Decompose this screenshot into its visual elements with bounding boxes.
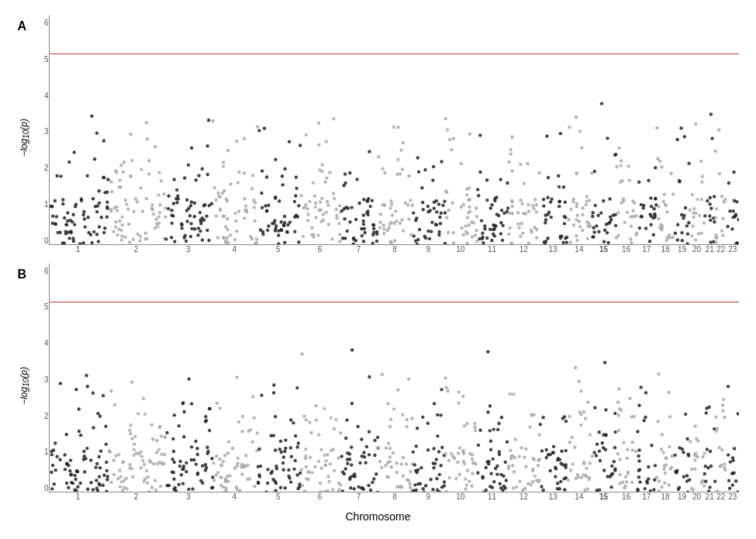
svg-point-853	[713, 220, 716, 223]
svg-point-333	[332, 117, 335, 120]
svg-point-1710	[685, 437, 689, 440]
svg-point-972	[129, 423, 132, 427]
svg-point-1608	[594, 454, 597, 457]
svg-point-887	[731, 209, 734, 212]
svg-point-273	[262, 126, 265, 130]
svg-point-1682	[654, 475, 658, 479]
svg-point-901	[85, 446, 88, 449]
svg-point-488	[412, 211, 415, 214]
svg-point-306	[274, 158, 277, 161]
svg-point-676	[581, 206, 584, 209]
svg-point-1316	[395, 471, 398, 474]
svg-point-1542	[538, 422, 541, 425]
svg-point-1166	[283, 485, 286, 489]
svg-point-208	[205, 229, 209, 232]
svg-point-1413	[457, 401, 460, 404]
svg-point-1486	[537, 433, 540, 436]
svg-point-1300	[360, 437, 363, 441]
svg-point-240	[216, 192, 219, 195]
svg-point-335	[310, 226, 313, 229]
svg-point-467	[381, 203, 384, 206]
svg-point-728	[606, 222, 609, 225]
svg-point-1202	[296, 486, 299, 489]
svg-point-1604	[597, 449, 600, 452]
svg-point-1043	[179, 473, 182, 476]
svg-point-832	[699, 198, 702, 201]
svg-point-1625	[628, 396, 631, 399]
svg-point-56	[103, 226, 106, 230]
svg-point-509	[413, 239, 416, 242]
svg-point-466	[387, 226, 390, 230]
svg-point-146	[164, 215, 167, 218]
svg-point-1233	[329, 416, 332, 419]
svg-point-38	[82, 217, 85, 220]
svg-point-1561	[571, 462, 574, 465]
svg-point-86	[120, 223, 123, 226]
svg-point-1340	[405, 424, 408, 427]
panel-b: B −log10(p) 0 1 2 3 4 5 6	[18, 264, 739, 509]
svg-point-1485	[520, 446, 523, 449]
svg-point-106	[144, 121, 147, 124]
svg-point-66	[54, 223, 57, 226]
svg-point-370	[320, 163, 323, 166]
svg-point-1464	[497, 421, 500, 424]
svg-point-148	[114, 169, 117, 172]
svg-point-917	[78, 481, 81, 484]
svg-point-1069	[177, 482, 180, 485]
svg-point-600	[526, 203, 530, 206]
svg-point-682	[575, 171, 578, 174]
svg-point-866	[717, 172, 720, 175]
svg-point-248	[229, 182, 232, 185]
svg-point-1544	[562, 477, 565, 480]
svg-point-1264	[346, 461, 349, 465]
svg-point-199	[198, 219, 202, 222]
svg-point-833	[699, 231, 702, 234]
svg-point-1075	[181, 402, 184, 405]
svg-point-194	[176, 197, 179, 200]
svg-point-449	[406, 203, 409, 206]
y-tick-b-1: 1	[32, 447, 49, 456]
svg-point-778	[644, 226, 647, 230]
svg-point-1260	[304, 456, 307, 459]
svg-point-1317	[378, 459, 381, 462]
svg-point-1461	[503, 460, 506, 463]
svg-point-222	[252, 206, 255, 209]
svg-point-442	[388, 206, 392, 209]
y-tick-a-0: 0	[32, 237, 49, 245]
svg-point-428	[398, 222, 401, 225]
svg-point-296	[293, 230, 296, 233]
svg-point-974	[147, 489, 150, 492]
svg-point-1066	[178, 464, 181, 467]
svg-point-1636	[623, 485, 626, 489]
svg-point-781	[654, 197, 657, 200]
svg-point-619	[532, 207, 535, 210]
svg-point-61	[105, 215, 108, 218]
svg-point-889	[91, 488, 94, 491]
svg-point-105	[118, 219, 121, 223]
svg-point-505	[416, 156, 419, 159]
svg-point-1622	[618, 458, 621, 461]
svg-point-1401	[465, 468, 468, 472]
x-label-chrom-23: 23	[728, 492, 737, 501]
svg-point-1689	[668, 444, 671, 447]
x-label-chrom-16: 16	[622, 492, 630, 501]
svg-point-840	[702, 221, 705, 224]
svg-point-845	[709, 219, 712, 222]
svg-point-1139	[236, 461, 239, 465]
x-axis-a: 1234567891011121314151617181920212223	[49, 245, 739, 261]
svg-point-1657	[647, 477, 650, 480]
svg-point-1766	[726, 385, 729, 388]
svg-point-1294	[372, 477, 375, 480]
svg-point-1428	[452, 456, 455, 459]
svg-point-47	[92, 157, 95, 161]
svg-point-204	[188, 235, 192, 238]
svg-point-1756	[723, 415, 726, 418]
svg-point-1033	[124, 476, 127, 479]
svg-point-770	[647, 179, 650, 182]
svg-point-342	[306, 212, 309, 216]
svg-point-1394	[421, 487, 424, 490]
svg-point-521	[451, 136, 454, 140]
svg-point-1450	[481, 475, 484, 478]
svg-point-939	[52, 482, 55, 485]
svg-point-1254	[329, 448, 332, 451]
